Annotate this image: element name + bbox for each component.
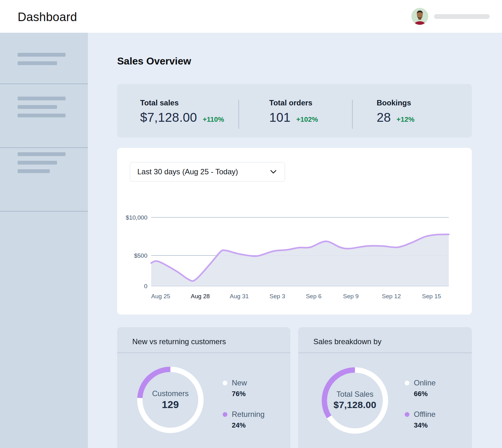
sales-breakdown-card: Sales breakdown by Total Sales $7,128.00…: [298, 327, 472, 448]
stat-delta-badge: +110%: [203, 115, 224, 124]
legend-item-offline: Offline: [405, 410, 436, 419]
legend-label: Returning: [232, 410, 265, 419]
y-axis-label: $10,000: [126, 214, 147, 221]
x-axis-label: Sep 12: [382, 293, 401, 300]
chevron-down-icon: [270, 170, 277, 174]
sidebar-skeleton-bar: [18, 97, 66, 100]
legend-label: New: [232, 378, 247, 387]
x-axis-label: Aug 31: [230, 293, 249, 300]
x-axis-label: Sep 3: [270, 293, 285, 300]
card-title: Sales breakdown by: [298, 327, 472, 353]
page-title: Sales Overview: [117, 55, 191, 67]
legend-percent: 66%: [414, 390, 436, 398]
sales-chart-card: $10,000$5000Aug 25Aug 28Aug 31Sep 3Sep 6…: [117, 148, 472, 315]
legend-label: Offline: [414, 410, 436, 419]
x-axis-label: Sep 9: [343, 293, 359, 300]
stat-bookings: Bookings 28 +12%: [377, 98, 414, 125]
app-header: Dashboard: [0, 0, 502, 33]
date-range-value: Last 30 days (Aug 25 - Today): [137, 167, 238, 176]
y-axis-label: $500: [134, 252, 147, 259]
stat-label: Total orders: [269, 98, 318, 107]
stat-delta-badge: +12%: [396, 115, 414, 124]
sidebar-skeleton-bar: [18, 61, 57, 65]
sidebar-skeleton-bar: [18, 114, 66, 117]
sidebar-section-2: [0, 84, 88, 148]
donut-center-label: Customers: [136, 389, 205, 398]
x-axis-label: Aug 28: [191, 293, 210, 300]
legend-dot-online: [405, 381, 409, 385]
legend-percent: 24%: [232, 421, 265, 429]
y-axis-label: 0: [144, 283, 147, 289]
donut-center-value: $7,128.00: [320, 400, 390, 410]
sidebar-skeleton-bar: [18, 152, 66, 156]
legend-item-new: New: [223, 378, 265, 387]
donut-center-text: Total Sales $7,128.00: [320, 390, 390, 410]
legend-dot-offline: [405, 412, 409, 417]
sidebar-skeleton-bar: [18, 169, 50, 173]
stat-value: $7,128.00: [140, 110, 197, 125]
user-block: [411, 0, 490, 33]
new-vs-returning-card: New vs returning customers Customers 129…: [117, 327, 290, 448]
sidebar-nav: [0, 33, 88, 448]
sidebar-section-1: [0, 33, 88, 84]
donut-center-value: 129: [136, 399, 205, 411]
stat-total-sales: Total sales $7,128.00 +110%: [140, 98, 224, 125]
legend-dot-new: [223, 381, 227, 385]
legend-percent: 76%: [232, 390, 265, 398]
stat-value: 101: [269, 110, 291, 125]
legend-item-returning: Returning: [223, 410, 265, 419]
stat-total-orders: Total orders 101 +102%: [269, 98, 318, 125]
user-name-placeholder: [434, 14, 490, 19]
area-fill: [151, 234, 449, 286]
donut-center-text: Customers 129: [136, 389, 205, 411]
sidebar-skeleton-bar: [18, 161, 57, 165]
legend-dot-returning: [223, 412, 227, 417]
donut-legend: New 76% Returning 24%: [223, 378, 265, 441]
app-title: Dashboard: [18, 10, 77, 24]
user-avatar[interactable]: [411, 8, 428, 25]
x-axis-label: Sep 6: [306, 293, 322, 300]
date-range-dropdown[interactable]: Last 30 days (Aug 25 - Today): [130, 162, 285, 182]
sidebar-skeleton-bar: [18, 53, 66, 57]
donut-center-label: Total Sales: [320, 390, 390, 399]
x-axis-label: Sep 15: [422, 293, 441, 300]
sales-stats-bar: Total sales $7,128.00 +110% Total orders…: [117, 84, 472, 137]
legend-item-online: Online: [405, 378, 436, 387]
stat-delta-badge: +102%: [296, 115, 318, 124]
sidebar-skeleton-bar: [18, 105, 57, 109]
sidebar-section-3: [0, 148, 88, 211]
card-title: New vs returning customers: [117, 327, 290, 353]
stats-divider: [238, 100, 239, 129]
x-axis-label: Aug 25: [151, 293, 170, 300]
stat-label: Total sales: [140, 98, 224, 107]
donut-legend: Online 66% Offline 34%: [405, 378, 436, 441]
stat-label: Bookings: [377, 98, 414, 107]
stats-divider: [352, 100, 353, 129]
stat-value: 28: [377, 110, 391, 125]
legend-percent: 34%: [414, 421, 436, 429]
legend-label: Online: [414, 378, 436, 387]
avatar-image: [411, 8, 428, 25]
